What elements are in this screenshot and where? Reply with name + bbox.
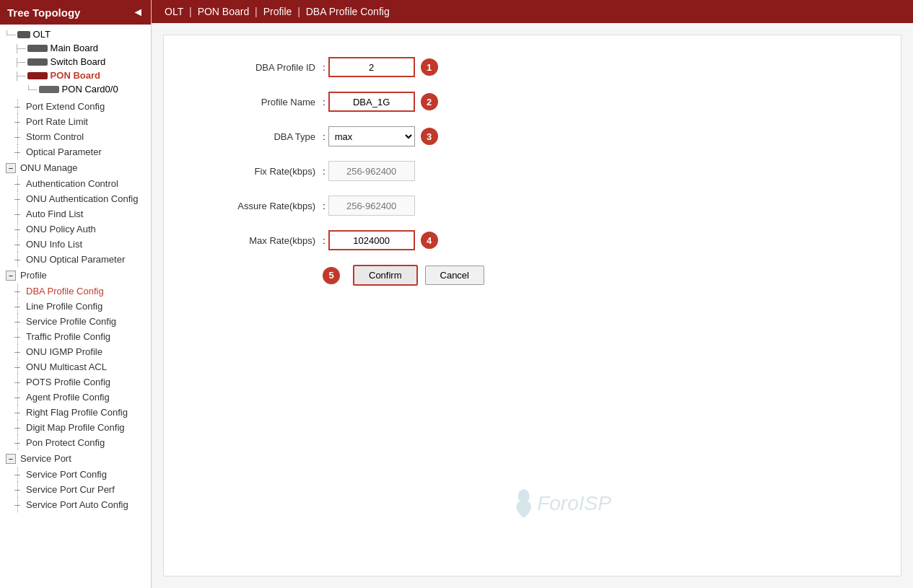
badge-3: 3 [421,128,438,145]
breadcrumb-profile[interactable]: Profile [263,6,292,17]
menu-service-profile-config[interactable]: Service Profile Config [0,314,151,329]
menu-port-extend-config[interactable]: Port Extend Config [0,99,151,114]
content-area: OLT | PON Board | Profile | DBA Profile … [152,0,913,588]
colon-5: : [323,201,326,211]
section-profile[interactable]: − Profile [0,267,151,284]
breadcrumb-dba-profile-config[interactable]: DBA Profile Config [306,6,390,17]
menu-service-port-auto-config[interactable]: Service Port Auto Config [0,497,151,512]
menu-onu-igmp-profile[interactable]: ONU IGMP Profile [0,344,151,359]
colon-6: : [323,235,326,246]
menu-digit-map-profile-config[interactable]: Digit Map Profile Config [0,420,151,435]
menu-pon-protect-config[interactable]: Pon Protect Config [0,435,151,450]
menu-onu-policy-auth[interactable]: ONU Policy Auth [0,221,151,237]
form-row-assure-rate: Assure Rate(kbps) : [178,196,886,216]
assure-rate-label: Assure Rate(kbps) [178,201,323,211]
form-row-dba-profile-id: DBA Profile ID : 1 [178,57,886,77]
section-onu-manage[interactable]: − ONU Manage [0,159,151,176]
menu-agent-profile-config[interactable]: Agent Profile Config [0,390,151,405]
menu-storm-control[interactable]: Storm Control [0,129,151,144]
fix-rate-input[interactable] [328,161,415,181]
tree-pon-board[interactable]: ├─ PON Board [0,69,151,82]
fix-rate-label: Fix Rate(kbps) [178,166,323,177]
main-layout: Tree Topology ◄ └─ OLT ├─ Main Board [0,0,913,588]
watermark-text: ForoISP [537,492,611,515]
menu-service-port-config[interactable]: Service Port Config [0,467,151,482]
sidebar-tree: └─ OLT ├─ Main Board ├─ Switch Board [0,25,151,588]
sidebar-toggle[interactable]: ◄ [132,6,144,19]
sidebar: Tree Topology ◄ └─ OLT ├─ Main Board [0,0,152,588]
button-row: 5 Confirm Cancel [178,265,886,286]
colon-3: : [323,131,326,142]
breadcrumb-pon-board[interactable]: PON Board [198,6,250,17]
menu-port-rate-limit[interactable]: Port Rate Limit [0,114,151,129]
tree-main-board[interactable]: ├─ Main Board [0,41,151,55]
badge-5: 5 [323,267,340,284]
menu-authentication-control[interactable]: Authentication Control [0,176,151,191]
menu-traffic-profile-config[interactable]: Traffic Profile Config [0,329,151,344]
cancel-button[interactable]: Cancel [425,266,484,285]
max-rate-label: Max Rate(kbps) [178,235,323,246]
svg-point-0 [517,489,529,504]
confirm-button[interactable]: Confirm [353,265,418,286]
form-row-profile-name: Profile Name : 2 [178,92,886,112]
sidebar-header: Tree Topology ◄ [0,0,151,25]
dba-type-select[interactable]: max fix assure best-effort [328,126,415,146]
badge-1: 1 [421,58,438,76]
menu-pots-profile-config[interactable]: POTS Profile Config [0,374,151,390]
assure-rate-input[interactable] [328,196,415,216]
app-container: Tree Topology ◄ └─ OLT ├─ Main Board [0,0,913,588]
form-panel: DBA Profile ID : 1 Profile Name : 2 DBA … [163,35,901,576]
menu-onu-multicast-acl[interactable]: ONU Multicast ACL [0,359,151,374]
menu-service-port-cur-perf[interactable]: Service Port Cur Perf [0,482,151,497]
tree-pon-card[interactable]: └─ PON Card0/0 [0,82,151,96]
dba-profile-id-input[interactable] [328,57,415,77]
watermark-icon [512,489,534,518]
menu-onu-info-list[interactable]: ONU Info List [0,237,151,252]
menu-onu-optical-parameter[interactable]: ONU Optical Parameter [0,252,151,267]
colon-4: : [323,166,326,177]
breadcrumb: OLT | PON Board | Profile | DBA Profile … [152,0,913,23]
profile-name-label: Profile Name [178,97,323,107]
tree-switch-board[interactable]: ├─ Switch Board [0,55,151,69]
menu-onu-authentication-config[interactable]: ONU Authentication Config [0,191,151,206]
menu-auto-find-list[interactable]: Auto Find List [0,206,151,221]
menu-right-flag-profile-config[interactable]: Right Flag Profile Config [0,405,151,420]
menu-dba-profile-config[interactable]: DBA Profile Config [0,284,151,299]
menu-optical-parameter[interactable]: Optical Parameter [0,144,151,159]
badge-2: 2 [421,93,438,110]
badge-4: 4 [421,232,438,249]
menu-line-profile-config[interactable]: Line Profile Config [0,299,151,314]
dba-profile-id-label: DBA Profile ID [178,62,323,73]
profile-name-input[interactable] [328,92,415,112]
tree-olt[interactable]: └─ OLT [0,27,151,41]
section-service-port[interactable]: − Service Port [0,450,151,467]
form-row-max-rate: Max Rate(kbps) : 4 [178,230,886,250]
colon-1: : [323,62,326,73]
max-rate-input[interactable] [328,230,415,250]
watermark: ForoISP [512,489,611,518]
form-row-dba-type: DBA Type : max fix assure best-effort 3 [178,126,886,146]
sidebar-title: Tree Topology [7,6,80,19]
dba-type-label: DBA Type [178,131,323,142]
colon-2: : [323,97,326,107]
breadcrumb-olt[interactable]: OLT [165,6,183,17]
form-row-fix-rate: Fix Rate(kbps) : [178,161,886,181]
